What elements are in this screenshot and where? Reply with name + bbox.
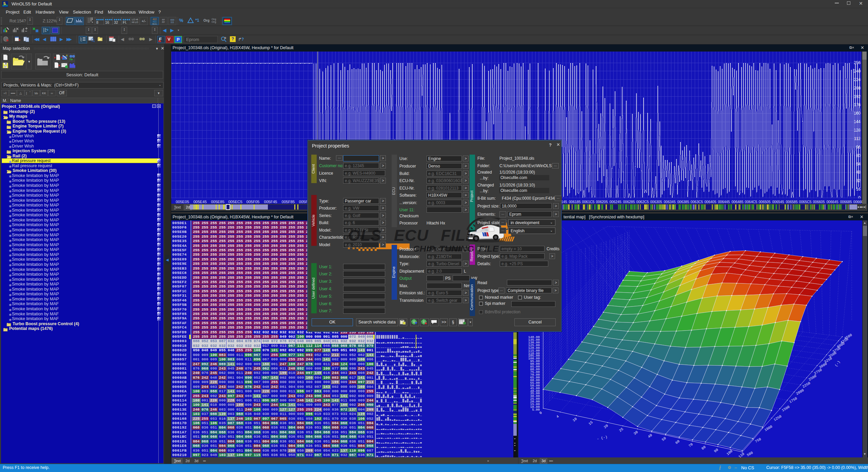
svg-text:50: 50 xyxy=(661,436,667,442)
svg-text:5: 5 xyxy=(3,1,6,6)
svg-text:25: 25 xyxy=(618,427,624,433)
svg-text:1750: 1750 xyxy=(789,396,798,404)
svg-text:5.00: 5.00 xyxy=(532,408,540,412)
svg-text:15: 15 xyxy=(588,420,593,426)
svg-text:100: 100 xyxy=(726,449,733,456)
svg-text:750: 750 xyxy=(754,437,762,444)
svg-text:F▸: F▸ xyxy=(70,58,73,61)
svg-text:110: 110 xyxy=(737,452,745,457)
svg-text:20: 20 xyxy=(603,424,609,429)
svg-text:30: 30 xyxy=(633,430,638,436)
svg-text:500: 500 xyxy=(746,451,754,457)
svg-text:- (-): - (-) xyxy=(596,435,608,441)
svg-text:80: 80 xyxy=(701,445,706,451)
svg-text:10: 10 xyxy=(572,417,577,422)
svg-text:60: 60 xyxy=(674,439,680,445)
svg-text:40: 40 xyxy=(647,433,653,439)
svg-text:70: 70 xyxy=(688,442,693,448)
svg-text:4: 4 xyxy=(555,414,559,419)
svg-text:(-): (-) xyxy=(834,360,841,367)
svg-text:2250: 2250 xyxy=(802,381,811,389)
svg-text:0: 0 xyxy=(538,411,542,415)
svg-text:90: 90 xyxy=(713,448,719,453)
